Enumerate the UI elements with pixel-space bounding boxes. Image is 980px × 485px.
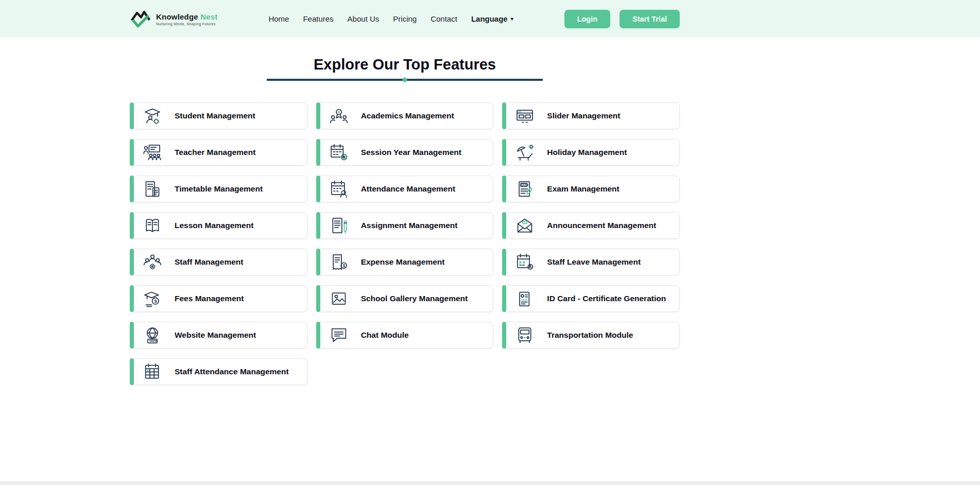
card-accent-bar <box>502 176 506 202</box>
svg-text:$: $ <box>342 263 345 268</box>
card-accent-bar <box>316 102 320 129</box>
logo-title-primary: Knowledge <box>156 12 198 21</box>
start-trial-button[interactable]: Start Trial <box>620 10 680 28</box>
feature-card[interactable]: Staff Attendance Management <box>130 358 307 385</box>
feature-label: Staff Management <box>175 257 244 267</box>
feature-label: Chat Module <box>361 331 409 340</box>
slider-icon <box>514 105 536 127</box>
feature-label: Teacher Management <box>175 148 255 157</box>
nav-pricing[interactable]: Pricing <box>393 14 417 23</box>
feature-card[interactable]: WWW Website Management <box>130 322 307 349</box>
feature-card[interactable]: Chat Module <box>316 322 494 349</box>
feature-label: Expense Management <box>361 257 445 267</box>
feature-card[interactable]: Staff Management <box>130 249 307 275</box>
features-grid: Student Management Academics Management … <box>130 102 680 385</box>
logo-tagline: Nurturing Minds, Shaping Futures <box>156 22 218 26</box>
nav-home[interactable]: Home <box>268 14 289 23</box>
logo-title-secondary: Nest <box>200 12 217 21</box>
card-accent-bar <box>502 139 506 166</box>
card-accent-bar <box>130 102 134 129</box>
card-accent-bar <box>316 249 320 275</box>
card-accent-bar <box>502 249 506 275</box>
fees-icon: $ <box>142 288 163 309</box>
feature-label: Website Management <box>175 331 256 340</box>
id-card-icon <box>514 288 536 309</box>
card-accent-bar <box>316 139 320 166</box>
feature-label: School Gallery Management <box>361 294 468 303</box>
lesson-icon <box>142 215 163 236</box>
feature-card[interactable]: EXAM Exam Management <box>502 176 680 202</box>
card-accent-bar <box>502 285 506 312</box>
feature-label: Student Management <box>175 111 255 120</box>
header-actions: Login Start Trial <box>564 10 680 28</box>
transport-icon <box>514 324 536 346</box>
card-accent-bar <box>316 176 320 202</box>
login-button[interactable]: Login <box>564 10 610 28</box>
feature-label: Academics Management <box>361 111 454 120</box>
feature-card[interactable]: School Gallery Management <box>316 285 494 312</box>
section-divider <box>0 481 980 485</box>
feature-card[interactable]: $ Expense Management <box>316 249 494 275</box>
feature-label: Slider Management <box>547 111 620 120</box>
feature-label: Fees Management <box>175 294 244 303</box>
staff-icon <box>142 251 163 273</box>
feature-card[interactable]: Slider Management <box>502 102 680 129</box>
staff-leave-icon <box>514 251 536 273</box>
card-accent-bar <box>316 212 320 239</box>
svg-text:WWW: WWW <box>149 339 158 342</box>
card-accent-bar <box>130 322 134 349</box>
feature-label: Transportation Module <box>547 331 633 340</box>
holiday-icon <box>514 142 536 163</box>
nav-contact[interactable]: Contact <box>431 14 457 23</box>
feature-label: Assignment Management <box>361 221 458 230</box>
card-accent-bar <box>130 139 134 166</box>
feature-card[interactable]: ID Card - Certificate Generation <box>502 285 680 312</box>
card-accent-bar <box>502 212 506 239</box>
features-section: Explore Our Top Features Student Managem… <box>0 38 980 385</box>
website-icon: WWW <box>142 324 163 346</box>
title-underline <box>267 79 543 81</box>
feature-card[interactable]: Staff Leave Management <box>502 249 680 275</box>
academics-icon <box>328 105 350 127</box>
card-accent-bar <box>130 249 134 275</box>
feature-label: ID Card - Certificate Generation <box>547 294 666 303</box>
expense-icon: $ <box>328 251 350 273</box>
feature-card[interactable]: Student Management <box>130 102 307 129</box>
card-accent-bar <box>130 358 134 385</box>
feature-card[interactable]: Assignment Management <box>316 212 494 239</box>
feature-label: Staff Attendance Management <box>175 367 289 376</box>
feature-card[interactable]: Attendance Management <box>316 176 494 202</box>
feature-card[interactable]: Teacher Management <box>130 139 307 166</box>
feature-card[interactable]: Transportation Module <box>502 322 680 349</box>
timetable-icon <box>142 178 163 200</box>
student-icon <box>142 105 163 127</box>
attendance-icon <box>328 178 350 200</box>
announcement-icon <box>514 215 536 236</box>
feature-label: Staff Leave Management <box>547 257 641 267</box>
feature-card[interactable]: $ Fees Management <box>130 285 307 312</box>
section-title: Explore Our Top Features <box>130 56 680 73</box>
feature-card[interactable]: Announcement Management <box>502 212 680 239</box>
logo[interactable]: Knowledge Nest Nurturing Minds, Shaping … <box>130 9 218 29</box>
main-nav: Home Features About Us Pricing Contact L… <box>268 14 513 23</box>
card-accent-bar <box>130 285 134 312</box>
staff-attendance-icon <box>142 361 163 383</box>
nav-about-us[interactable]: About Us <box>348 14 380 23</box>
feature-card[interactable]: Holiday Management <box>502 139 680 166</box>
feature-card[interactable]: Lesson Management <box>130 212 307 239</box>
card-accent-bar <box>502 102 506 129</box>
card-accent-bar <box>130 212 134 239</box>
header: Knowledge Nest Nurturing Minds, Shaping … <box>0 0 980 38</box>
nav-language[interactable]: Language ▾ <box>471 14 513 23</box>
card-accent-bar <box>502 322 506 349</box>
knowledge-nest-logo-icon <box>130 9 151 29</box>
nav-features[interactable]: Features <box>303 14 333 23</box>
feature-card[interactable]: Session Year Management <box>316 139 494 166</box>
session-year-icon <box>328 142 350 163</box>
svg-text:$: $ <box>154 298 157 303</box>
card-accent-bar <box>130 176 134 202</box>
feature-card[interactable]: Academics Management <box>316 102 494 129</box>
underline-dot <box>403 77 407 82</box>
feature-card[interactable]: Timetable Management <box>130 176 307 202</box>
card-accent-bar <box>316 322 320 349</box>
